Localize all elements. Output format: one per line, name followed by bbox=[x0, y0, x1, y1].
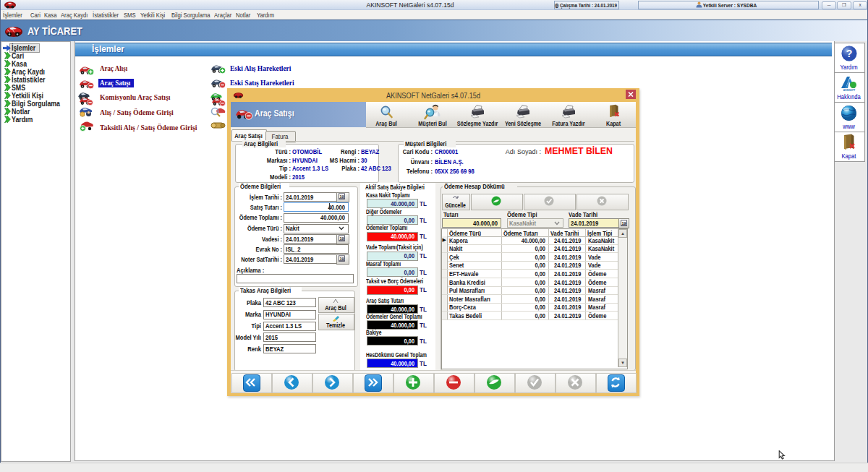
svg-text:?: ? bbox=[846, 48, 853, 59]
svg-text:19: 19 bbox=[339, 236, 344, 241]
svg-text:AKINSOFT: AKINSOFT bbox=[843, 89, 855, 92]
svg-text:19: 19 bbox=[339, 257, 344, 261]
svg-text:19: 19 bbox=[339, 194, 344, 199]
svg-text:19: 19 bbox=[621, 220, 626, 225]
